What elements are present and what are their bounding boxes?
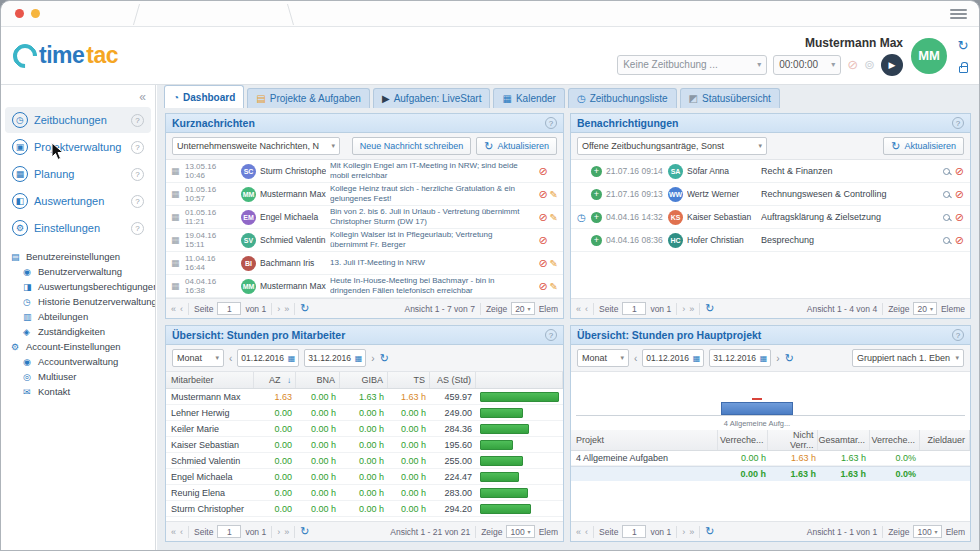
column-gesamtarbeitszeit[interactable]: Gesamtar... — [818, 430, 870, 450]
inspect-icon[interactable] — [943, 214, 950, 221]
page-number-input[interactable]: 1 — [622, 302, 646, 315]
tab[interactable]: ▦ Kalender — [493, 88, 564, 108]
sidebar-tree-item[interactable]: ⚙ Account-Einstellungen — [1, 339, 155, 354]
column-mitarbeiter[interactable]: Mitarbeiter — [166, 372, 254, 388]
employee-row[interactable]: Keiler Marie 0.00 0.00 h 0.00 h 0.00 h 2… — [166, 421, 563, 437]
date-from-input[interactable]: 01.12.2016 ▦ — [642, 349, 704, 367]
next-period-button[interactable]: › — [776, 353, 779, 364]
employee-row[interactable]: Schmied Valentin 0.00 0.00 h 0.00 h 0.00… — [166, 453, 563, 469]
prev-page-button[interactable]: ‹ — [180, 527, 183, 537]
period-select[interactable]: Monat ▾ — [172, 349, 224, 367]
inspect-icon[interactable] — [943, 191, 950, 198]
message-row[interactable]: ▦ 13.05.16 10:46 SC Sturm Christopher Mi… — [166, 160, 563, 183]
tab[interactable]: ▤ Projekte & Aufgaben — [247, 88, 370, 108]
help-icon[interactable]: ? — [545, 117, 557, 129]
page-size-select[interactable]: 100 ▾ — [506, 525, 534, 538]
message-row[interactable]: ▦ 01.05.16 10:57 MM Mustermann Max Kolle… — [166, 183, 563, 206]
column-az[interactable]: AZ ↓ — [254, 372, 296, 388]
message-row[interactable]: ▦ 01.05.16 11:21 EM Engel Michaela Bin v… — [166, 206, 563, 229]
sidebar-tree-item[interactable]: ◉ Benutzerverwaltung — [1, 264, 155, 279]
sidebar-nav-item[interactable]: ▦ Planung ? — [5, 161, 151, 187]
sidebar-tree-item[interactable]: ◷ Historie Benutzerverwaltung — [1, 294, 155, 309]
help-icon[interactable]: ? — [545, 329, 557, 341]
delete-message-icon[interactable]: ⊘ — [538, 280, 547, 293]
inspect-icon[interactable] — [943, 237, 950, 244]
notification-row[interactable]: ◷ + 21.07.16 09:14 SA Söfar Anna Recht &… — [571, 160, 970, 183]
reject-icon[interactable]: ⊘ — [955, 234, 964, 247]
sidebar-collapse-button[interactable]: « — [139, 90, 146, 104]
refresh-icon[interactable]: ↻ — [300, 525, 309, 538]
column-zieldauer[interactable]: Zieldauer — [920, 430, 970, 450]
message-row[interactable]: ▦ 11.04.16 16:44 BI Bachmann Iris 13. Ju… — [166, 252, 563, 275]
delete-message-icon[interactable]: ⊘ — [538, 211, 547, 224]
timer-display[interactable]: 00:00:00 ▾ — [773, 55, 841, 75]
first-page-button[interactable]: « — [171, 527, 176, 537]
employee-row[interactable]: Reunig Elena 0.00 0.00 h 0.00 h 0.00 h 2… — [166, 485, 563, 501]
next-page-button[interactable]: › — [277, 304, 280, 314]
sidebar-tree-item[interactable]: ◉ Accountverwaltung — [1, 354, 155, 369]
column-ts[interactable]: TS — [388, 372, 430, 388]
delete-message-icon[interactable]: ⊘ — [538, 257, 547, 270]
employee-row[interactable]: Kaiser Sebastian 0.00 0.00 h 0.00 h 0.00… — [166, 437, 563, 453]
hamburger-menu-icon[interactable] — [950, 7, 967, 21]
help-icon[interactable]: ? — [952, 117, 964, 129]
date-to-input[interactable]: 31.12.2016 ▦ — [304, 349, 366, 367]
edit-message-icon[interactable]: ✎ — [550, 212, 558, 223]
last-page-button[interactable]: » — [284, 527, 289, 537]
sidebar-nav-item[interactable]: ◧ Auswertungen ? — [5, 188, 151, 214]
page-number-input[interactable]: 1 — [217, 302, 241, 315]
help-icon[interactable]: ? — [952, 329, 964, 341]
employee-row[interactable]: Engel Michaela 0.00 0.00 h 0.00 h 0.00 h… — [166, 469, 563, 485]
message-filter-select[interactable]: Unternehmensweite Nachrichten, N ▾ — [172, 137, 340, 155]
date-to-input[interactable]: 31.12.2016 ▦ — [709, 349, 771, 367]
sidebar-tree-item[interactable]: ▤ Benutzereinstellungen — [1, 249, 155, 264]
refresh-icon[interactable]: ↻ — [380, 352, 389, 365]
notification-row[interactable]: ◷ + 04.04.16 14:32 KS Kaiser Sebastian A… — [571, 206, 970, 229]
lock-icon[interactable] — [959, 66, 968, 73]
approve-icon[interactable]: + — [591, 189, 602, 200]
first-page-button[interactable]: « — [171, 304, 176, 314]
help-icon[interactable]: ? — [131, 114, 144, 127]
new-message-button[interactable]: Neue Nachricht schreiben — [352, 137, 472, 155]
approve-icon[interactable]: + — [591, 166, 602, 177]
refresh-notifications-button[interactable]: ↻ Aktualisieren — [883, 137, 964, 155]
first-page-button[interactable]: « — [576, 304, 581, 314]
reject-icon[interactable]: ⊘ — [955, 211, 964, 224]
message-row[interactable]: ▦ 19.04.16 15:11 SV Schmied Valentin Kol… — [166, 229, 563, 252]
refresh-icon[interactable]: ↻ — [300, 302, 309, 315]
refresh-icon[interactable]: ↻ — [785, 352, 794, 365]
help-icon[interactable]: ? — [131, 141, 144, 154]
prev-period-button[interactable]: ‹ — [634, 353, 637, 364]
approve-icon[interactable]: + — [591, 235, 602, 246]
sidebar-nav-item[interactable]: ⚙ Einstellungen ? — [5, 215, 151, 241]
column-nicht-verrechenbar[interactable]: Nicht Verr... — [768, 430, 818, 450]
next-period-button[interactable]: › — [371, 353, 374, 364]
sidebar-nav-item[interactable]: ▣ Projektverwaltung ? — [5, 134, 151, 160]
refresh-icon[interactable]: ↻ — [705, 302, 714, 315]
reject-icon[interactable]: ⊘ — [955, 188, 964, 201]
delete-message-icon[interactable]: ⊘ — [538, 188, 547, 201]
inspect-icon[interactable] — [943, 168, 950, 175]
edit-message-icon[interactable]: ✎ — [550, 258, 558, 269]
first-page-button[interactable]: « — [576, 527, 581, 537]
prev-page-button[interactable]: ‹ — [180, 304, 183, 314]
employee-row[interactable]: Sturm Christopher 0.00 0.00 h 0.00 h 0.0… — [166, 501, 563, 517]
edit-message-icon[interactable]: ✎ — [550, 281, 558, 292]
last-page-button[interactable]: » — [689, 527, 694, 537]
reject-icon[interactable]: ⊘ — [955, 165, 964, 178]
column-giba[interactable]: GIBA — [340, 372, 388, 388]
project-row[interactable]: 4 Allgemeine Aufgaben 0.00 h 1.63 h 1.63… — [571, 451, 970, 466]
column-bna[interactable]: BNA — [296, 372, 340, 388]
help-icon[interactable]: ? — [131, 222, 144, 235]
delete-message-icon[interactable]: ⊘ — [538, 234, 547, 247]
next-page-button[interactable]: › — [682, 304, 685, 314]
last-page-button[interactable]: » — [689, 304, 694, 314]
sidebar-tree-item[interactable]: ▥ Abteilungen — [1, 309, 155, 324]
column-verrechenbar-prozent[interactable]: Verreche... — [870, 430, 920, 450]
tab[interactable]: ◩ Statusübersicht — [680, 88, 780, 108]
employee-row[interactable]: Mustermann Max 1.63 0.00 h 1.63 h 1.63 h… — [166, 389, 563, 405]
notification-row[interactable]: ◷ + 21.07.16 09:13 WW Wertz Werner Rechn… — [571, 183, 970, 206]
sidebar-nav-item[interactable]: ◷ Zeitbuchungen ? — [5, 107, 151, 133]
prev-period-button[interactable]: ‹ — [229, 353, 232, 364]
refresh-icon[interactable]: ↻ — [705, 525, 714, 538]
